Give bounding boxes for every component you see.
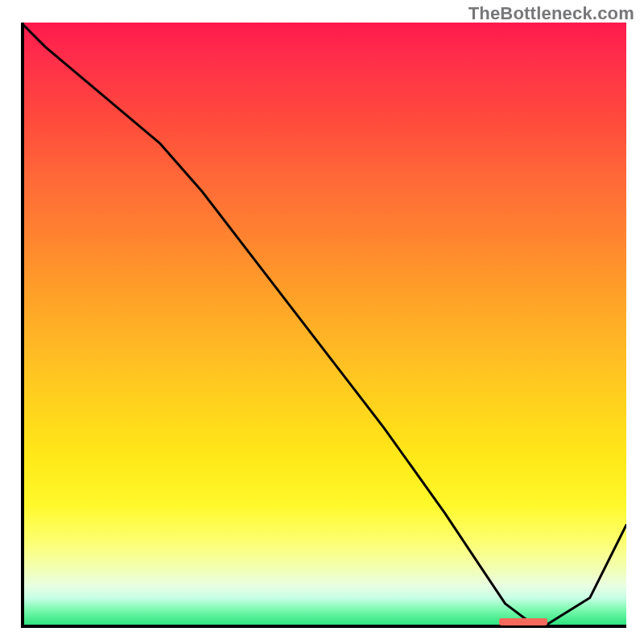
attribution-label: TheBottleneck.com	[469, 3, 634, 24]
chart-container: TheBottleneck.com	[0, 0, 644, 644]
plot-area	[21, 23, 626, 628]
